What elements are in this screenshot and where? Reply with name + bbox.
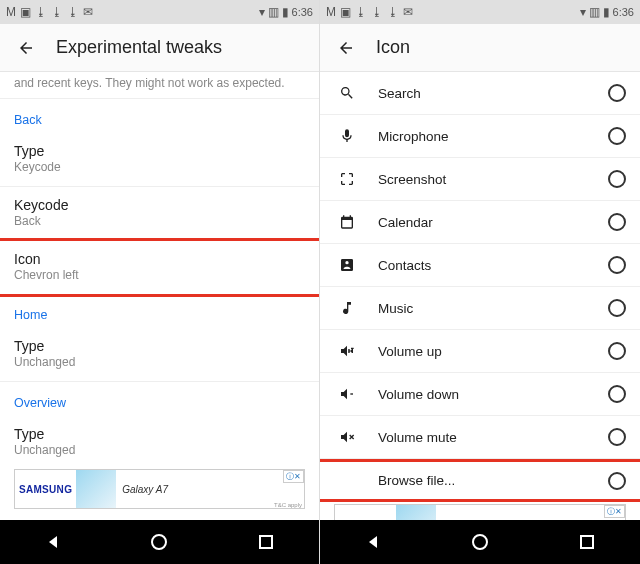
crop-icon — [334, 171, 360, 187]
pref-keycode[interactable]: Keycode Back — [0, 187, 319, 241]
download-icon: ⭳ — [387, 5, 399, 19]
status-bar: M ▣ ⭳ ⭳ ⭳ ✉ ▾ ▥ ▮ 6:36 — [0, 0, 319, 24]
wifi-icon: ▾ — [259, 5, 265, 19]
icon-option-calendar[interactable]: Calendar — [320, 201, 640, 244]
nav-home-button[interactable] — [460, 527, 500, 557]
calendar-icon — [334, 214, 360, 230]
back-button[interactable] — [332, 34, 360, 62]
radio-button[interactable] — [608, 472, 626, 490]
radio-button[interactable] — [608, 256, 626, 274]
radio-button[interactable] — [608, 299, 626, 317]
ad-choice-icon[interactable]: ⓘ✕ — [604, 505, 625, 518]
pref-type-home[interactable]: Type Unchanged — [0, 328, 319, 382]
ad-banner[interactable]: SAMSUNG Galaxy A7 ⓘ✕ T&C apply — [14, 469, 305, 509]
icon-option-volume-up[interactable]: Volume up — [320, 330, 640, 373]
pref-type[interactable]: Type Keycode — [0, 133, 319, 187]
section-overview: Overview — [0, 382, 319, 416]
voldown-icon — [334, 386, 360, 402]
nav-back-icon — [49, 536, 57, 548]
option-label: Search — [378, 86, 608, 101]
icon-option-search[interactable]: Search — [320, 72, 640, 115]
icon-option-volume-down[interactable]: Volume down — [320, 373, 640, 416]
pref-title: Type — [14, 426, 305, 442]
nav-bar — [0, 520, 319, 564]
music-icon — [334, 300, 360, 316]
radio-button[interactable] — [608, 84, 626, 102]
nav-bar — [320, 520, 640, 564]
no-sim-icon: ▥ — [268, 5, 279, 19]
icon-option-contacts[interactable]: Contacts — [320, 244, 640, 287]
option-label: Volume down — [378, 387, 608, 402]
ad-product: Galaxy A7 — [116, 484, 168, 495]
option-label: Microphone — [378, 129, 608, 144]
ad-brand: SAMSUNG — [335, 519, 396, 521]
pref-icon-highlighted[interactable]: Icon Chevron left — [0, 238, 319, 297]
nav-recent-button[interactable] — [246, 527, 286, 557]
arrow-back-icon — [17, 39, 35, 57]
clock: 6:36 — [613, 6, 634, 18]
image-icon: ▣ — [340, 5, 351, 19]
wifi-icon: ▾ — [580, 5, 586, 19]
radio-button[interactable] — [608, 213, 626, 231]
radio-button[interactable] — [608, 342, 626, 360]
icon-option-browse-file-[interactable]: Browse file... — [320, 459, 640, 502]
icon-option-volume-mute[interactable]: Volume mute — [320, 416, 640, 459]
download-icon: ⭳ — [35, 5, 47, 19]
app-bar: Experimental tweaks — [0, 24, 319, 72]
pref-sub: Back — [14, 214, 305, 228]
ad-terms: T&C apply — [274, 502, 302, 508]
section-back: Back — [0, 99, 319, 133]
app-bar: Icon — [320, 24, 640, 72]
radio-button[interactable] — [608, 385, 626, 403]
screen-right: M ▣ ⭳ ⭳ ⭳ ✉ ▾ ▥ ▮ 6:36 Icon SearchMicrop… — [320, 0, 640, 564]
icon-option-screenshot[interactable]: Screenshot — [320, 158, 640, 201]
nav-home-icon — [151, 534, 167, 550]
radio-button[interactable] — [608, 127, 626, 145]
volmute-icon — [334, 429, 360, 445]
nav-recent-button[interactable] — [567, 527, 607, 557]
option-label: Screenshot — [378, 172, 608, 187]
back-button[interactable] — [12, 34, 40, 62]
download-icon: ⭳ — [51, 5, 63, 19]
ad-banner[interactable]: SAMSUNGGalaxy A7 | Aⓘ✕T&C apply — [334, 504, 626, 520]
icon-option-music[interactable]: Music — [320, 287, 640, 330]
gmail-icon: M — [326, 5, 336, 19]
icon-option-microphone[interactable]: Microphone — [320, 115, 640, 158]
description-text: and recent keys. They might not work as … — [0, 72, 319, 99]
gmail-icon: M — [6, 5, 16, 19]
section-home: Home — [0, 294, 319, 328]
no-sim-icon: ▥ — [589, 5, 600, 19]
ad-image — [76, 470, 116, 508]
radio-button[interactable] — [608, 170, 626, 188]
pref-sub: Unchanged — [14, 443, 305, 457]
pref-sub: Unchanged — [14, 355, 305, 369]
nav-back-button[interactable] — [353, 527, 393, 557]
battery-icon: ▮ — [603, 5, 610, 19]
download-icon: ⭳ — [355, 5, 367, 19]
pref-title: Keycode — [14, 197, 305, 213]
option-label: Volume up — [378, 344, 608, 359]
screen-left: M ▣ ⭳ ⭳ ⭳ ✉ ▾ ▥ ▮ 6:36 Experimental twea… — [0, 0, 320, 564]
search-icon — [334, 85, 360, 101]
battery-icon: ▮ — [282, 5, 289, 19]
download-icon: ⭳ — [67, 5, 79, 19]
ad-choice-icon[interactable]: ⓘ✕ — [283, 470, 304, 483]
ad-brand: SAMSUNG — [15, 484, 76, 495]
nav-home-icon — [472, 534, 488, 550]
nav-home-button[interactable] — [139, 527, 179, 557]
image-icon: ▣ — [20, 5, 31, 19]
pref-type-overview[interactable]: Type Unchanged — [0, 416, 319, 469]
nav-back-icon — [369, 536, 377, 548]
pref-title: Type — [14, 143, 305, 159]
ad-image — [396, 505, 436, 520]
nav-recent-icon — [259, 535, 273, 549]
status-bar: M ▣ ⭳ ⭳ ⭳ ✉ ▾ ▥ ▮ 6:36 — [320, 0, 640, 24]
clipboard-icon: ✉ — [83, 5, 93, 19]
page-title: Icon — [376, 37, 410, 58]
option-label: Contacts — [378, 258, 608, 273]
contacts-icon — [334, 257, 360, 273]
radio-button[interactable] — [608, 428, 626, 446]
nav-back-button[interactable] — [33, 527, 73, 557]
option-label: Music — [378, 301, 608, 316]
clock: 6:36 — [292, 6, 313, 18]
